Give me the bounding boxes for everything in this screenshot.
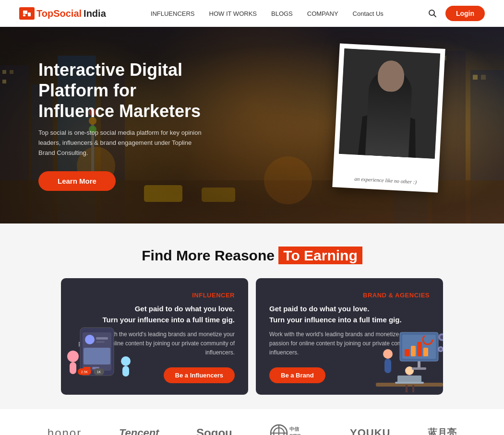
brands-section: honor Tencent Sogou 中信 CITIC YOUKU 蓝月亮 — [0, 409, 504, 435]
svg-point-41 — [85, 335, 95, 344]
svg-point-48 — [121, 356, 131, 366]
svg-point-47 — [67, 351, 79, 362]
cards-row: 2.5K 1K INFLUENCER Get paid to do what y… — [19, 278, 485, 395]
svg-text:中信: 中信 — [289, 426, 300, 432]
svg-point-17 — [264, 156, 312, 204]
svg-rect-71 — [397, 376, 421, 383]
influencer-card: 2.5K 1K INFLUENCER Get paid to do what y… — [61, 278, 248, 395]
brand-youku: YOUKU — [350, 427, 390, 435]
svg-point-36 — [380, 86, 390, 96]
svg-rect-59 — [417, 342, 422, 356]
svg-rect-75 — [406, 385, 408, 392]
brand-tencent: Tencent — [119, 427, 159, 435]
hero-title: Interactive Digital Platform for Influen… — [38, 59, 211, 122]
svg-rect-57 — [405, 349, 409, 356]
nav-item-blogs[interactable]: BLOGS — [271, 9, 293, 18]
login-button[interactable]: Login — [445, 6, 485, 21]
svg-rect-72 — [395, 382, 424, 384]
svg-rect-50 — [122, 366, 129, 376]
reasons-title-plain: Find More Reasone — [142, 247, 275, 263]
svg-point-34 — [375, 68, 407, 91]
svg-point-66 — [383, 349, 393, 359]
influencer-category: INFLUENCER — [192, 292, 235, 299]
logo-icon — [19, 7, 35, 20]
nav-item-how-it-works[interactable]: HOW IT WORKS — [209, 9, 257, 18]
reasons-section: Find More Reasone To Earning — [0, 223, 504, 409]
be-brand-button[interactable]: Be a Brand — [269, 367, 325, 383]
brand-heading: Get paid to do what you love. Turn your … — [269, 304, 402, 325]
svg-rect-60 — [423, 348, 428, 356]
svg-rect-1 — [23, 11, 27, 14]
hero-section: Interactive Digital Platform for Influen… — [0, 27, 504, 223]
hero-polaroid: an experience like no other :) — [332, 43, 445, 192]
logo-text-brand: TopSocial — [36, 8, 82, 19]
brand-card: BRAND & AGENCIES Get paid to do what you… — [256, 278, 443, 395]
svg-rect-32 — [379, 108, 398, 147]
svg-rect-49 — [70, 362, 76, 374]
svg-rect-30 — [339, 48, 440, 159]
influencer-illustration: 2.5K 1K — [66, 323, 133, 390]
svg-rect-58 — [411, 346, 416, 356]
search-icon[interactable] — [428, 9, 437, 18]
brand-citic: 中信 CITIC — [269, 423, 312, 435]
svg-point-31 — [360, 121, 415, 159]
svg-rect-2 — [23, 14, 25, 16]
brand-yueyiang: 蓝月亮 — [428, 426, 456, 435]
svg-rect-35 — [375, 76, 406, 90]
learn-more-button[interactable]: Learn More — [38, 171, 116, 191]
logo-text-country: India — [84, 8, 106, 19]
influencer-heading: Get paid to do what you love. Turn your … — [102, 304, 235, 325]
brand-category: BRAND & AGENCIES — [363, 292, 430, 299]
svg-rect-74 — [412, 367, 426, 370]
nav-right: Login — [428, 6, 485, 21]
nav-links: INFLUENCERS HOW IT WORKS BLOGS COMPANY C… — [151, 9, 384, 18]
hero-content: Interactive Digital Platform for Influen… — [0, 59, 250, 191]
hero-description: Top social is one-stop social media plat… — [38, 128, 202, 158]
svg-rect-44 — [84, 348, 110, 364]
svg-point-65 — [439, 348, 442, 351]
reasons-title-highlight: To Earning — [278, 247, 362, 264]
logo[interactable]: TopSocialIndia — [19, 7, 106, 20]
svg-rect-29 — [481, 75, 486, 80]
svg-rect-76 — [412, 385, 414, 392]
polaroid-caption: an experience like no other :) — [333, 175, 438, 186]
svg-rect-43 — [96, 341, 105, 343]
nav-item-contact[interactable]: Contact Us — [353, 9, 384, 18]
svg-line-5 — [433, 15, 436, 17]
reasons-title: Find More Reasone To Earning — [19, 247, 485, 264]
be-influencer-button[interactable]: Be a Influencers — [164, 367, 235, 383]
polaroid-image — [339, 48, 440, 159]
svg-rect-73 — [418, 361, 420, 368]
brand-illustration — [371, 328, 438, 390]
svg-rect-67 — [384, 359, 391, 373]
svg-rect-28 — [473, 75, 478, 80]
brand-sogou: Sogou — [196, 426, 232, 435]
nav-item-company[interactable]: COMPANY — [307, 9, 338, 18]
svg-text:2.5K: 2.5K — [81, 370, 88, 374]
navbar: TopSocialIndia INFLUENCERS HOW IT WORKS … — [0, 0, 504, 27]
svg-rect-42 — [96, 337, 108, 340]
svg-rect-3 — [28, 12, 31, 16]
svg-point-33 — [375, 74, 406, 109]
svg-text:1K: 1K — [97, 370, 101, 374]
svg-text:CITIC: CITIC — [289, 433, 301, 435]
nav-item-influencers[interactable]: INFLUENCERS — [151, 9, 195, 18]
svg-point-37 — [390, 87, 400, 97]
brand-honor: honor — [48, 426, 82, 435]
